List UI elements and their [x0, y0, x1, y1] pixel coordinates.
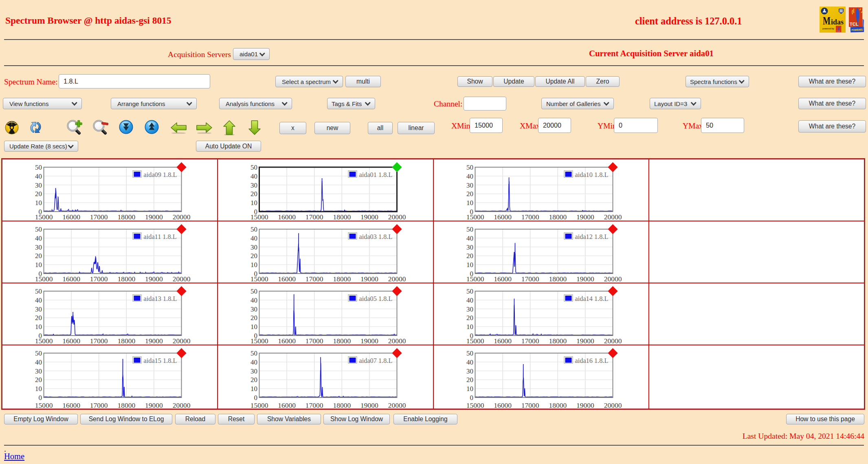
svg-text:15000: 15000	[466, 213, 484, 221]
svg-text:10: 10	[466, 323, 473, 331]
svg-text:20: 20	[466, 314, 473, 322]
svg-text:40: 40	[35, 234, 42, 242]
svg-text:powered by: powered by	[822, 27, 834, 30]
svg-text:10: 10	[35, 261, 42, 269]
svg-text:30: 30	[466, 181, 473, 189]
svg-text:17000: 17000	[305, 401, 323, 409]
svg-text:40: 40	[251, 296, 257, 304]
svg-text:30: 30	[35, 305, 42, 313]
svg-text:50: 50	[466, 287, 473, 295]
svg-text:50: 50	[466, 349, 473, 357]
svg-text:19000: 19000	[576, 337, 594, 345]
svg-text:T C L: T C L	[837, 31, 840, 32]
svg-text:50: 50	[35, 164, 42, 171]
svg-text:40: 40	[251, 172, 257, 180]
svg-text:15000: 15000	[466, 401, 484, 409]
svg-text:20000: 20000	[388, 275, 406, 283]
svg-text:15000: 15000	[466, 337, 484, 345]
svg-text:20000: 20000	[388, 213, 406, 221]
svg-text:aida14 1.8.L: aida14 1.8.L	[575, 295, 608, 303]
svg-text:15000: 15000	[251, 275, 268, 283]
svg-text:aida10 1.8.L: aida10 1.8.L	[575, 171, 608, 179]
svg-text:10: 10	[466, 385, 473, 393]
svg-text:idas: idas	[831, 18, 844, 26]
svg-text:40: 40	[466, 358, 473, 366]
svg-text:50: 50	[35, 287, 42, 295]
svg-text:20: 20	[251, 314, 257, 322]
svg-text:POWERED: POWERED	[851, 28, 863, 31]
svg-text:16000: 16000	[62, 337, 80, 345]
svg-text:aida01 1.8.L: aida01 1.8.L	[359, 171, 393, 179]
svg-text:40: 40	[466, 296, 473, 304]
svg-text:50: 50	[35, 225, 42, 233]
svg-text:20000: 20000	[604, 401, 622, 409]
svg-text:20000: 20000	[173, 275, 191, 283]
svg-text:0: 0	[39, 394, 42, 402]
svg-text:19000: 19000	[360, 213, 378, 221]
svg-text:30: 30	[35, 367, 42, 375]
svg-text:15000: 15000	[35, 275, 53, 283]
svg-text:30: 30	[466, 367, 473, 375]
svg-text:19000: 19000	[145, 337, 163, 345]
svg-text:aida15 1.8.L: aida15 1.8.L	[144, 357, 177, 365]
svg-text:20: 20	[35, 314, 42, 322]
svg-text:0: 0	[470, 394, 473, 402]
svg-text:16000: 16000	[62, 401, 80, 409]
svg-text:aida07 1.8.L: aida07 1.8.L	[359, 357, 393, 365]
svg-text:19000: 19000	[145, 275, 163, 283]
svg-text:20000: 20000	[604, 275, 622, 283]
svg-text:19000: 19000	[576, 401, 594, 409]
svg-text:20: 20	[35, 190, 42, 198]
svg-text:17000: 17000	[305, 213, 323, 221]
svg-text:50: 50	[251, 287, 257, 295]
svg-text:18000: 18000	[333, 275, 351, 283]
svg-text:40: 40	[466, 234, 473, 242]
svg-text:aida03 1.8.L: aida03 1.8.L	[359, 233, 393, 241]
svg-text:10: 10	[251, 385, 257, 393]
svg-text:20: 20	[251, 376, 257, 384]
svg-text:30: 30	[35, 181, 42, 189]
svg-text:15000: 15000	[251, 213, 268, 221]
svg-text:16000: 16000	[494, 337, 512, 345]
svg-text:19000: 19000	[145, 401, 163, 409]
svg-text:10: 10	[35, 199, 42, 207]
svg-text:aida12 1.8.L: aida12 1.8.L	[575, 233, 608, 241]
svg-text:19000: 19000	[360, 275, 378, 283]
svg-text:16000: 16000	[494, 401, 512, 409]
svg-text:20: 20	[466, 376, 473, 384]
svg-text:20: 20	[466, 190, 473, 198]
svg-text:15000: 15000	[251, 401, 268, 409]
svg-text:20: 20	[251, 252, 257, 260]
svg-text:15000: 15000	[35, 401, 53, 409]
svg-text:19000: 19000	[360, 401, 378, 409]
svg-text:30: 30	[251, 181, 257, 189]
svg-text:17000: 17000	[521, 337, 539, 345]
svg-text:16000: 16000	[62, 275, 80, 283]
svg-text:18000: 18000	[117, 337, 135, 345]
svg-text:18000: 18000	[333, 213, 351, 221]
svg-text:40: 40	[35, 358, 42, 366]
svg-text:17000: 17000	[521, 213, 539, 221]
svg-text:20000: 20000	[604, 337, 622, 345]
svg-text:50: 50	[251, 225, 257, 233]
svg-text:40: 40	[35, 172, 42, 180]
svg-text:aida11 1.8.L: aida11 1.8.L	[144, 233, 177, 241]
svg-text:20000: 20000	[173, 213, 191, 221]
svg-text:10: 10	[251, 323, 257, 331]
svg-text:10: 10	[251, 199, 257, 207]
svg-text:16000: 16000	[62, 213, 80, 221]
svg-text:18000: 18000	[549, 275, 567, 283]
svg-text:16000: 16000	[494, 275, 512, 283]
svg-text:17000: 17000	[90, 337, 108, 345]
svg-text:50: 50	[466, 164, 473, 171]
svg-text:30: 30	[251, 243, 257, 251]
svg-text:15000: 15000	[35, 337, 53, 345]
svg-text:30: 30	[35, 243, 42, 251]
svg-text:50: 50	[251, 164, 257, 171]
svg-text:16000: 16000	[494, 213, 512, 221]
svg-text:20000: 20000	[604, 213, 622, 221]
svg-text:20000: 20000	[388, 401, 406, 409]
svg-text:15000: 15000	[251, 337, 268, 345]
svg-text:17000: 17000	[90, 401, 108, 409]
svg-text:40: 40	[251, 358, 257, 366]
